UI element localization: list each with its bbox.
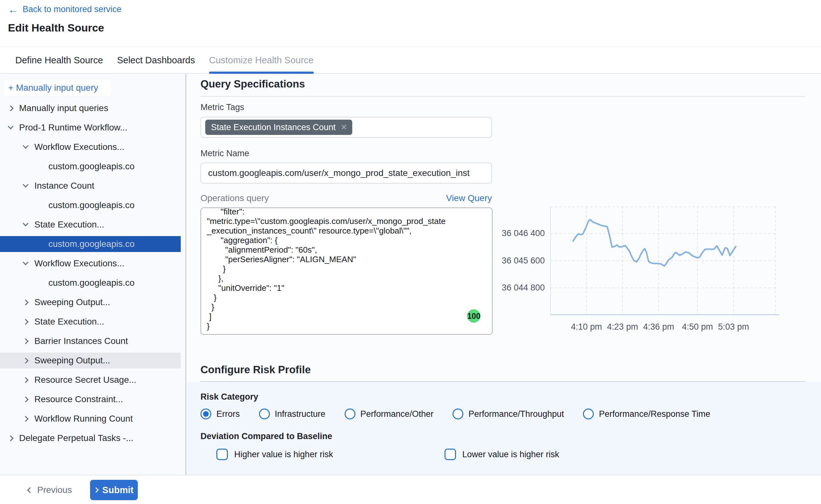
tree-item[interactable]: State Execution...: [0, 314, 186, 330]
tree-item[interactable]: Manually input queries: [0, 100, 186, 116]
tree-item[interactable]: Sweeping Output...: [0, 294, 186, 310]
tree-item[interactable]: Prod-1 Runtime Workflow...: [0, 120, 186, 136]
risk-radio-infrastructure[interactable]: Infrastructure: [259, 409, 326, 419]
deviation-label: Deviation Compared to Baseline: [200, 431, 332, 441]
tab-define-health-source[interactable]: Define Health Source: [15, 47, 103, 73]
tree-item[interactable]: Barrier Instances Count: [0, 333, 186, 349]
checkbox-icon[interactable]: [445, 449, 456, 460]
risk-radio-performance-throughput[interactable]: Performance/Throughput: [453, 409, 564, 419]
radio-label: Errors: [216, 409, 240, 419]
tree-item[interactable]: Sweeping Output...: [0, 353, 181, 368]
metric-tag-chip: State Execution Instances Count ✕: [205, 120, 352, 135]
risk-radio-performance-other[interactable]: Performance/Other: [345, 409, 434, 419]
tree-item-label: Resource Secret Usage...: [34, 375, 137, 385]
chart-x-tick-label: 5:03 pm: [718, 322, 749, 332]
chevron-right-icon[interactable]: [23, 416, 28, 422]
metric-tag-chip-label: State Execution Instances Count: [211, 123, 336, 132]
radio-label: Performance/Other: [361, 409, 434, 419]
tab-customize-health-source[interactable]: Customize Health Source: [209, 47, 314, 73]
tab-bar: Define Health SourceSelect DashboardsCus…: [0, 47, 821, 74]
tree-item[interactable]: Delegate Perpetual Tasks -...: [0, 430, 186, 446]
tree-item[interactable]: Resource Secret Usage...: [0, 372, 186, 388]
chevron-down-icon[interactable]: [23, 221, 28, 226]
chart-y-tick-label: 36 046 400: [502, 228, 545, 238]
deviation-options: Higher value is higher riskLower value i…: [216, 449, 559, 460]
back-link-label: Back to monitored service: [23, 4, 122, 14]
previous-button-label: Previous: [37, 485, 72, 495]
submit-button[interactable]: Submit: [90, 480, 138, 500]
radio-icon[interactable]: [345, 409, 355, 419]
section-divider: [200, 96, 805, 97]
tree-item-label: Sweeping Output...: [34, 355, 110, 366]
submit-button-label: Submit: [102, 485, 133, 495]
metric-tags-label: Metric Tags: [200, 102, 244, 112]
tree-item[interactable]: Instance Count: [0, 178, 186, 194]
metric-name-value: custom.googleapis.com/user/x_mongo_prod_…: [208, 168, 470, 178]
risk-radio-errors[interactable]: Errors: [200, 409, 240, 419]
deviation-checkbox-lower-value-is-higher-risk[interactable]: Lower value is higher risk: [445, 449, 559, 460]
chevron-right-icon[interactable]: [23, 377, 28, 383]
tree-item-label: State Execution...: [34, 317, 104, 327]
radio-icon[interactable]: [200, 409, 211, 419]
metric-name-label: Metric Name: [200, 149, 249, 158]
chevron-right-icon[interactable]: [23, 299, 28, 305]
tree-item[interactable]: custom.googleapis.co: [0, 275, 186, 291]
chevron-right-icon: [94, 487, 99, 493]
tree-item[interactable]: Workflow Running Count: [0, 411, 186, 427]
metric-chart: 36 046 40036 045 60036 044 8004:10 pm4:2…: [496, 197, 821, 347]
radio-label: Performance/Response Time: [599, 409, 710, 419]
previous-button[interactable]: Previous: [28, 480, 72, 500]
add-query-button[interactable]: + Manually input query: [3, 79, 112, 97]
tree-item[interactable]: Workflow Executions...: [0, 139, 186, 155]
risk-category-options: ErrorsInfrastructurePerformance/OtherPer…: [200, 409, 710, 419]
radio-icon[interactable]: [453, 409, 463, 419]
main-content: Query Specifications Metric Tags State E…: [187, 74, 821, 475]
tree-item[interactable]: Resource Constraint...: [0, 391, 186, 407]
view-query-link[interactable]: View Query: [200, 193, 492, 203]
operations-query-box[interactable]: "filter": "metric.type=\"custom.googleap…: [200, 207, 493, 335]
tree-item[interactable]: custom.googleapis.co: [0, 197, 186, 213]
radio-dot: [203, 411, 209, 417]
chevron-right-icon[interactable]: [23, 319, 28, 325]
close-icon[interactable]: ✕: [341, 123, 347, 132]
tree-item[interactable]: State Execution...: [0, 217, 186, 233]
chevron-down-icon[interactable]: [23, 143, 28, 149]
tree-item[interactable]: custom.googleapis.co: [0, 158, 186, 174]
tree-item-label: Workflow Running Count: [34, 414, 133, 424]
tree-item[interactable]: custom.googleapis.co: [0, 236, 181, 252]
tree-item-label: Prod-1 Runtime Workflow...: [19, 123, 127, 133]
checkbox-icon[interactable]: [216, 449, 228, 460]
chevron-right-icon[interactable]: [23, 338, 28, 344]
chevron-down-icon[interactable]: [8, 123, 13, 129]
metric-tags-input[interactable]: State Execution Instances Count ✕: [200, 117, 492, 138]
chart-x-tick-label: 4:36 pm: [643, 322, 674, 332]
chevron-right-icon[interactable]: [8, 435, 13, 441]
risk-category-label: Risk Category: [200, 392, 258, 402]
chart-plot: [550, 207, 780, 317]
chevron-right-icon[interactable]: [8, 105, 13, 111]
risk-radio-performance-response-time[interactable]: Performance/Response Time: [583, 409, 710, 419]
metric-name-input[interactable]: custom.googleapis.com/user/x_mongo_prod_…: [200, 163, 492, 184]
radio-icon[interactable]: [583, 409, 594, 419]
chevron-down-icon[interactable]: [23, 259, 28, 265]
tree-item[interactable]: Workflow Executions...: [0, 255, 186, 271]
chevron-down-icon[interactable]: [23, 182, 28, 187]
tree-item-label: Resource Constraint...: [34, 394, 123, 404]
radio-label: Performance/Throughput: [468, 409, 564, 419]
deviation-checkbox-higher-value-is-higher-risk[interactable]: Higher value is higher risk: [216, 449, 333, 460]
chart-y-tick-label: 36 044 800: [502, 283, 545, 293]
tree-item-label: custom.googleapis.co: [48, 278, 135, 288]
page-title: Edit Health Source: [8, 22, 104, 34]
chart-x-tick-label: 4:23 pm: [607, 322, 638, 332]
chevron-right-icon[interactable]: [23, 358, 28, 363]
tree-item-label: Manually input queries: [19, 103, 108, 113]
radio-icon[interactable]: [259, 409, 270, 419]
back-link[interactable]: ← Back to monitored service: [8, 4, 122, 14]
tab-select-dashboards[interactable]: Select Dashboards: [117, 47, 195, 73]
tree-item-label: Workflow Executions...: [34, 142, 124, 152]
section-title-risk-profile: Configure Risk Profile: [200, 364, 311, 376]
back-arrow-icon: ←: [8, 5, 18, 14]
chevron-right-icon[interactable]: [23, 396, 28, 402]
checkbox-label: Higher value is higher risk: [234, 450, 333, 459]
tree-item-label: Instance Count: [34, 181, 94, 191]
